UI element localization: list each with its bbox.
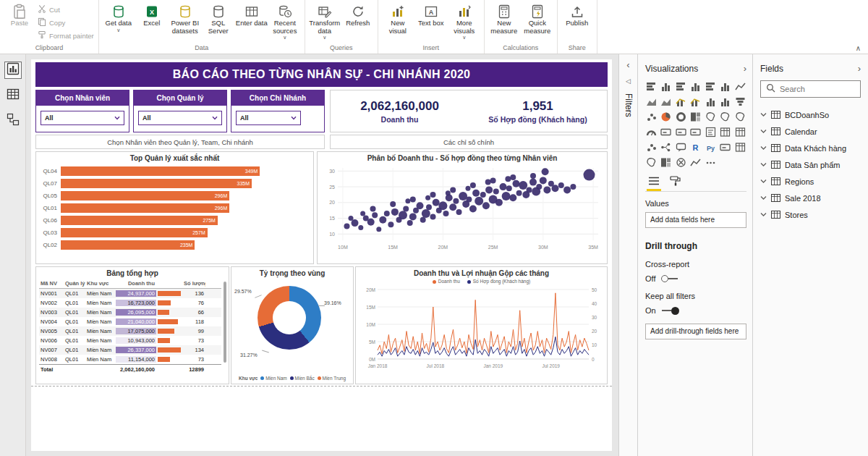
line-and-clustered-column-chart-icon[interactable]: [675, 96, 687, 108]
slicer-manager[interactable]: Chọn Quản lý All: [133, 90, 227, 132]
sql-server-button[interactable]: SQL Server: [202, 1, 235, 36]
smart-narrative-icon[interactable]: [719, 141, 731, 153]
collapse-pane-icon[interactable]: ›: [744, 63, 746, 74]
slicer-manager-dropdown[interactable]: All: [138, 111, 222, 125]
python-visual-icon[interactable]: Py: [705, 141, 717, 153]
table-row[interactable]: NV003QL01Miền Nam26,095,00066: [39, 308, 221, 317]
column-header[interactable]: Quản lý: [64, 280, 85, 287]
table-row[interactable]: NV002QL01Miền Nam16,723,00076: [39, 298, 221, 308]
enter-data-button[interactable]: Enter data: [235, 1, 268, 29]
line-chart-icon[interactable]: [734, 80, 746, 93]
bar[interactable]: 349M: [61, 166, 260, 176]
bar[interactable]: 296M: [61, 191, 229, 200]
power-bi-datasets-button[interactable]: Power BI datasets: [169, 1, 202, 36]
treemap-icon[interactable]: [689, 111, 702, 123]
power-apps-visual-icon[interactable]: [660, 156, 672, 169]
decomposition-tree-icon[interactable]: [660, 141, 672, 153]
excel-button[interactable]: XExcel: [135, 1, 169, 29]
table-icon[interactable]: [719, 126, 731, 138]
stacked-column-chart-icon[interactable]: [660, 80, 672, 93]
cross-report-toggle[interactable]: Off: [645, 274, 746, 283]
column-header[interactable]: Doanh thu: [116, 280, 156, 287]
report-title-banner[interactable]: BÁO CÁO THEO TỪNG NHÂN SỰ - CHI NHÁNH 20…: [35, 62, 608, 87]
donut-chart-visual[interactable]: Tỷ trọng theo vùng 39.16%31.27%29.57%Khu…: [231, 266, 354, 384]
field-table-item[interactable]: Sale 2018: [760, 190, 861, 206]
table-row[interactable]: NV001QL01Miền Nam24,937,000136: [39, 289, 221, 298]
table-row[interactable]: NV006QL01Miền Nam10,943,00073: [39, 336, 221, 345]
100-stacked-bar-chart-icon[interactable]: [705, 80, 717, 93]
table-header-row[interactable]: Mã NVQuản lýKhu vựcDoanh thuSố lượng: [39, 279, 221, 289]
filled-map-icon[interactable]: [719, 111, 731, 123]
field-table-item[interactable]: Data Khách hàng: [760, 140, 861, 156]
bar[interactable]: 257M: [61, 228, 208, 237]
fields-tab[interactable]: [648, 176, 660, 187]
column-header[interactable]: Số lượng: [182, 280, 205, 287]
table-row[interactable]: NV007QL01Miền Nam26,337,000134: [39, 345, 221, 355]
paste-button[interactable]: Paste: [3, 1, 36, 29]
stacked-area-chart-icon[interactable]: [660, 96, 672, 108]
copy-button[interactable]: Copy: [36, 17, 95, 28]
donut-ring[interactable]: [258, 286, 321, 350]
new-measure-button[interactable]: New measure: [488, 1, 521, 36]
area-chart-icon[interactable]: [645, 96, 658, 108]
line-chart-visual[interactable]: Doanh thu và Lợi nhuận Gộp các tháng Doa…: [355, 266, 608, 384]
clustered-bar-chart-icon[interactable]: [675, 80, 687, 93]
slicer-branch-dropdown[interactable]: All: [236, 111, 301, 125]
collapse-pane-icon[interactable]: ›: [858, 63, 861, 74]
key-influencers-icon[interactable]: [645, 141, 658, 153]
shape-map-icon[interactable]: [734, 111, 746, 123]
multi-row-card-icon[interactable]: [675, 126, 687, 138]
table-row[interactable]: NV008QL01Miền Nam11,154,00073: [39, 355, 221, 364]
clustered-column-chart-icon[interactable]: [689, 80, 702, 93]
map-icon[interactable]: [705, 111, 717, 123]
selection-border[interactable]: [31, 386, 612, 387]
get-more-visuals-icon[interactable]: [705, 156, 717, 169]
column-header[interactable]: Mã NV: [39, 280, 64, 287]
bar[interactable]: 296M: [61, 203, 229, 213]
field-table-item[interactable]: Calendar: [760, 123, 861, 140]
100-stacked-column-chart-icon[interactable]: [719, 80, 731, 93]
format-tab[interactable]: [670, 176, 681, 187]
waterfall-chart-icon[interactable]: [719, 96, 731, 108]
funnel-chart-icon[interactable]: [734, 96, 746, 108]
new-visual-button[interactable]: New visual: [381, 1, 414, 36]
matrix-icon[interactable]: [734, 126, 746, 138]
format-painter-button[interactable]: Format painter: [36, 30, 95, 41]
power-automate-visual-icon[interactable]: [675, 156, 687, 169]
column-header[interactable]: Khu vực: [85, 280, 116, 287]
scatter-chart-icon[interactable]: [645, 111, 658, 123]
keep-all-filters-toggle[interactable]: On: [645, 306, 746, 315]
slicer-icon[interactable]: [705, 126, 717, 138]
data-view-button[interactable]: [4, 87, 22, 104]
table-row[interactable]: NV005QL01Miền Nam17,075,00099: [39, 326, 221, 336]
field-table-item[interactable]: BCDoanhSo: [760, 106, 861, 123]
slicer-employee-dropdown[interactable]: All: [41, 111, 124, 125]
field-table-item[interactable]: Data Sản phẩm: [760, 156, 861, 173]
report-view-button[interactable]: [4, 62, 22, 79]
field-table-item[interactable]: Stores: [760, 206, 861, 223]
slicer-employee[interactable]: Chọn Nhân viên All: [35, 90, 129, 132]
expand-pane-icon[interactable]: ‹: [626, 60, 629, 69]
expand-filters-icon[interactable]: ◁: [626, 78, 631, 85]
field-table-item[interactable]: Regions: [760, 173, 861, 190]
table-row[interactable]: NV004QL01Miền Nam21,040,000118: [39, 317, 221, 326]
drill-field-well[interactable]: Add drill-through fields here: [645, 324, 746, 339]
card-icon[interactable]: [660, 126, 672, 138]
report-canvas[interactable]: BÁO CÁO THEO TỪNG NHÂN SỰ - CHI NHÁNH 20…: [26, 54, 618, 456]
fields-search-box[interactable]: [760, 80, 861, 98]
bar[interactable]: 235M: [61, 240, 195, 250]
get-data-button[interactable]: Get data∨: [102, 1, 135, 34]
quick-measure-button[interactable]: Quick measure: [521, 1, 554, 36]
table-visual[interactable]: Bảng tổng hợp Mã NVQuản lýKhu vựcDoanh t…: [35, 266, 229, 384]
arcgis-map-icon[interactable]: [645, 156, 658, 169]
scatter-chart-visual[interactable]: Phân bố Doanh thu - Số hợp đồng theo từn…: [317, 151, 608, 264]
bar[interactable]: 275M: [61, 216, 218, 225]
bar[interactable]: 335M: [61, 179, 252, 188]
line-and-stacked-column-chart-icon[interactable]: [689, 96, 702, 108]
model-view-button[interactable]: [4, 112, 22, 130]
transform-data-button[interactable]: Transform data∨: [308, 1, 341, 42]
bar-chart-visual[interactable]: Top Quản lý xuất sắc nhất QL04349MQL0733…: [35, 151, 314, 264]
values-field-well[interactable]: Add data fields here: [645, 212, 746, 228]
search-input[interactable]: [780, 85, 859, 93]
gauge-icon[interactable]: [645, 126, 658, 138]
